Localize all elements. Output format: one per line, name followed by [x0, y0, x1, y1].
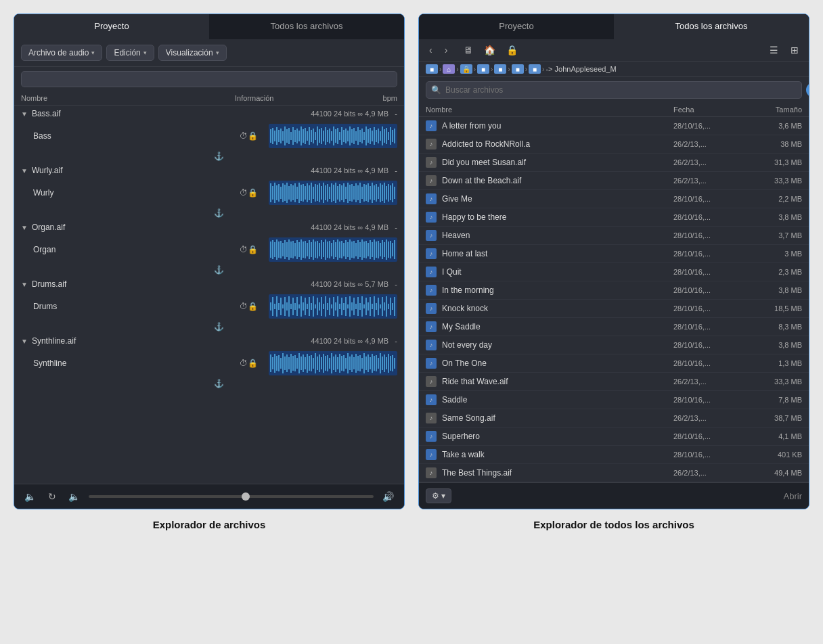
svg-rect-253	[270, 354, 271, 372]
edition-button[interactable]: Edición ▾	[106, 45, 154, 61]
file-size: 18,5 MB	[748, 304, 802, 313]
svg-rect-171	[359, 242, 361, 257]
svg-rect-96	[335, 183, 336, 203]
right-file-item[interactable]: ♪ Home at last 28/10/16,... 3 MB	[419, 245, 809, 263]
svg-rect-179	[376, 242, 377, 258]
svg-rect-39	[347, 131, 349, 141]
speaker-button[interactable]: 🔈	[21, 490, 39, 503]
svg-rect-23	[315, 132, 316, 140]
add-button[interactable]: +	[806, 83, 809, 97]
tab-todos-archivos-right[interactable]: Todos los archivos	[614, 14, 809, 39]
gear-button[interactable]: ⚙ ▾	[426, 488, 451, 503]
svg-rect-170	[357, 240, 359, 259]
svg-rect-57	[384, 129, 385, 143]
file-size: 3,8 MB	[748, 286, 802, 294]
right-file-item[interactable]: ♪ Knock knock 28/10/16,... 18,5 MB	[419, 300, 809, 318]
right-file-item[interactable]: ♪ Happy to be there 28/10/16,... 3,8 MB	[419, 208, 809, 227]
svg-rect-5	[278, 130, 280, 142]
svg-rect-209	[309, 297, 310, 316]
right-file-item[interactable]: ♪ Superhero 28/10/16,... 4,1 MB	[419, 428, 809, 446]
right-file-item[interactable]: ♪ Addicted to RockNRoll.a 26/2/13,... 38…	[419, 135, 809, 154]
group-drums-aif[interactable]: ▼ Drums.aif 44100 24 bits ∞ 5,7 MB -	[14, 276, 404, 292]
left-caption: Explorador de archivos	[14, 519, 405, 530]
left-search-bar[interactable]	[21, 71, 397, 87]
right-file-item[interactable]: ♪ On The One 28/10/16,... 1,3 MB	[419, 354, 809, 373]
svg-rect-193	[276, 296, 277, 317]
open-button[interactable]: Abrir	[784, 491, 802, 501]
loop-button[interactable]: ↻	[45, 490, 60, 503]
forward-button[interactable]: ›	[441, 43, 451, 57]
monitor-icon-button[interactable]: 🖥	[460, 43, 476, 57]
file-drums[interactable]: Drums ⏱🔒	[14, 292, 404, 321]
lock-icon-button[interactable]: 🔒	[503, 43, 521, 57]
right-file-item[interactable]: ♪ Did you meet Susan.aif 26/2/13,... 31,…	[419, 154, 809, 172]
svg-rect-53	[376, 130, 377, 142]
file-wurly[interactable]: Wurly ⏱🔒	[14, 179, 404, 207]
svg-rect-295	[355, 354, 357, 373]
file-size: 49,4 MB	[748, 469, 802, 477]
back-button[interactable]: ‹	[426, 43, 436, 57]
svg-rect-298	[361, 358, 363, 369]
tab-proyecto-right[interactable]: Proyecto	[419, 14, 614, 39]
left-tabs: Proyecto Todos los archivos	[14, 14, 404, 39]
right-file-item[interactable]: ♪ My Saddle 28/10/16,... 8,3 MB	[419, 318, 809, 336]
svg-rect-150	[317, 241, 318, 258]
synthline-name: Synthline	[33, 359, 240, 368]
svg-rect-113	[370, 186, 371, 200]
svg-rect-137	[290, 242, 292, 258]
grid-view-button[interactable]: ⊞	[787, 43, 802, 57]
file-date: 26/2/13,...	[673, 414, 748, 422]
file-name: In the morning	[442, 285, 673, 295]
file-bass[interactable]: Bass ⏱🔒	[14, 122, 404, 150]
file-organ[interactable]: Organ ⏱🔒	[14, 235, 404, 264]
svg-rect-266	[296, 358, 298, 369]
tab-todos-archivos-left[interactable]: Todos los archivos	[209, 14, 404, 39]
right-file-item[interactable]: ♪ I Quit 28/10/16,... 2,3 MB	[419, 263, 809, 281]
tab-proyecto-left[interactable]: Proyecto	[14, 14, 209, 39]
right-file-item[interactable]: ♪ Down at the Beach.aif 26/2/13,... 33,3…	[419, 172, 809, 190]
list-view-button[interactable]: ☰	[766, 43, 782, 57]
svg-rect-159	[335, 242, 336, 257]
triangle-synthline: ▼	[21, 338, 28, 345]
right-file-item[interactable]: ♪ Saddle 28/10/16,... 7,8 MB	[419, 391, 809, 409]
right-file-item[interactable]: ♪ Same Song.aif 26/2/13,... 38,7 MB	[419, 409, 809, 428]
file-name: Did you meet Susan.aif	[442, 158, 673, 167]
svg-rect-155	[327, 242, 328, 258]
file-size: 3,7 MB	[748, 231, 802, 239]
group-bass-aif[interactable]: ▼ Bass.aif 44100 24 bits ∞ 4,9 MB -	[14, 106, 404, 122]
svg-rect-288	[341, 356, 342, 371]
group-wurly-aif[interactable]: ▼ Wurly.aif 44100 24 bits ∞ 4,9 MB -	[14, 162, 404, 179]
right-file-item[interactable]: ♪ Not every day 28/10/16,... 3,8 MB	[419, 336, 809, 354]
right-file-item[interactable]: ♪ In the morning 28/10/16,... 3,8 MB	[419, 281, 809, 300]
file-date: 28/10/16,...	[673, 432, 748, 440]
right-file-item[interactable]: ♪ A letter from you 28/10/16,... 3,6 MB	[419, 117, 809, 135]
svg-rect-297	[359, 355, 361, 371]
file-synthline[interactable]: Synthline ⏱🔒	[14, 349, 404, 377]
home-icon-button[interactable]: 🏠	[481, 43, 499, 57]
audio-file-button[interactable]: Archivo de audio ▾	[21, 45, 102, 61]
svg-rect-216	[323, 304, 324, 309]
svg-rect-265	[294, 355, 296, 371]
volume-slider[interactable]	[89, 495, 374, 498]
right-file-item[interactable]: ♪ Heaven 28/10/16,... 3,7 MB	[419, 227, 809, 245]
file-date: 28/10/16,...	[673, 286, 748, 294]
group-synthline-aif[interactable]: ▼ Synthline.aif 44100 24 bits ∞ 4,9 MB -	[14, 333, 404, 349]
visualization-button[interactable]: Visualización ▾	[158, 45, 227, 61]
svg-rect-181	[380, 243, 381, 256]
svg-rect-90	[323, 183, 324, 203]
right-file-item[interactable]: ♪ Take a walk 28/10/16,... 401 KB	[419, 446, 809, 464]
drums-waveform	[269, 294, 397, 319]
group-organ-aif[interactable]: ▼ Organ.aif 44100 24 bits ∞ 4,9 MB -	[14, 219, 404, 235]
svg-rect-294	[353, 357, 355, 369]
svg-rect-25	[319, 129, 320, 143]
file-name: A letter from you	[442, 121, 673, 131]
right-file-item[interactable]: ♪ Ride that Wave.aif 26/2/13,... 33,3 MB	[419, 373, 809, 391]
search-input[interactable]	[426, 81, 802, 99]
svg-rect-134	[284, 240, 286, 259]
svg-rect-240	[372, 304, 373, 309]
right-file-item[interactable]: ♪ The Best Things.aif 26/2/13,... 49,4 M…	[419, 464, 809, 482]
file-name: Knock knock	[442, 304, 673, 313]
svg-rect-121	[386, 186, 387, 200]
right-file-item[interactable]: ♪ Give Me 28/10/16,... 2,2 MB	[419, 190, 809, 208]
svg-rect-194	[278, 303, 280, 310]
